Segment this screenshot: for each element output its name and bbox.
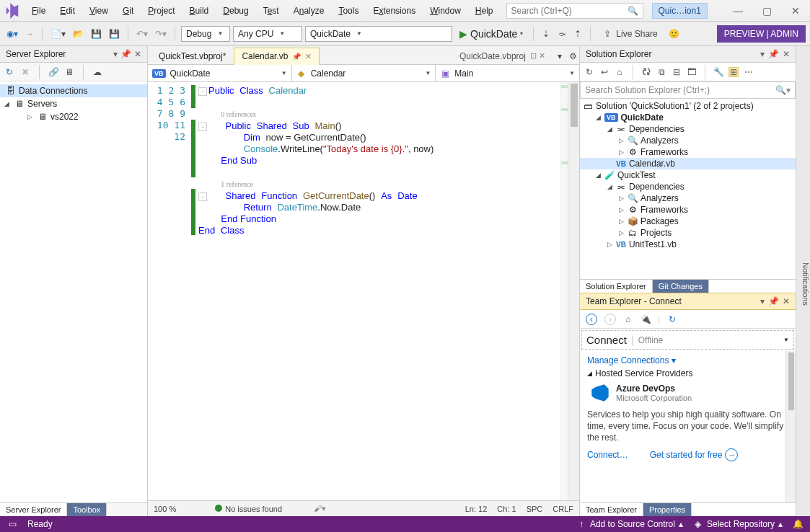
properties-icon[interactable]: 🗔	[687, 67, 697, 77]
connect-header[interactable]: Connect|Offline▼	[581, 330, 794, 350]
close-icon[interactable]: ✕	[134, 49, 141, 59]
tab-server-explorer[interactable]: Server Explorer	[0, 503, 67, 516]
indent-mode[interactable]: SPC	[527, 505, 543, 513]
servers-node[interactable]: ◢ 🖥 Servers	[0, 97, 147, 110]
menu-file[interactable]: File	[25, 0, 53, 21]
hosted-providers-header[interactable]: ◢Hosted Service Providers	[587, 368, 788, 378]
close-icon[interactable]: ✕	[783, 49, 790, 59]
live-share-button[interactable]: ⇪Live Share	[597, 29, 663, 39]
close-icon[interactable]: ✕	[305, 52, 312, 61]
refresh-icon[interactable]: ↻	[667, 314, 677, 324]
step-over-icon[interactable]: ⤼	[555, 26, 568, 42]
pin-icon[interactable]: 📌	[292, 53, 301, 61]
nav-fwd-icon[interactable]: →	[23, 26, 36, 42]
add-source-control[interactable]: ↑Add to Source Control ▴	[576, 519, 683, 529]
calendar-vb-node[interactable]: VBCalendar.vb	[580, 158, 796, 169]
get-started-link[interactable]: Get started for free	[650, 450, 723, 460]
home-icon[interactable]: ⌂	[623, 314, 633, 324]
azure-icon[interactable]: ☁	[92, 67, 102, 77]
zoom-level[interactable]: 100 %	[154, 505, 176, 513]
pin-icon[interactable]: 📌	[768, 296, 779, 306]
tab-quickdate-proj[interactable]: QuickDate.vbproj ⊡ ✕	[452, 47, 553, 64]
solution-search[interactable]: Search Solution Explorer (Ctrl+;)🔍▾	[580, 81, 796, 99]
output-icon[interactable]: ▭	[7, 519, 17, 529]
deps-node[interactable]: ◢⫘Dependencies	[580, 123, 796, 135]
wrench-icon[interactable]: 🔧	[713, 67, 723, 77]
packages-node[interactable]: ▷📦Packages	[580, 216, 796, 227]
vert-scrollbar[interactable]	[785, 351, 796, 502]
menu-window[interactable]: Window	[423, 0, 468, 21]
startup-dropdown[interactable]: QuickDate▼	[305, 26, 452, 42]
nav-project[interactable]: VBQuickDate▼	[148, 65, 292, 81]
projects-node[interactable]: ▷🗂Projects	[580, 227, 796, 239]
nav-fwd-icon[interactable]: ›	[604, 314, 616, 325]
line-ending[interactable]: CRLF	[553, 505, 573, 513]
analyzers-node-2[interactable]: ▷🔍Analyzers	[580, 192, 796, 204]
preview-admin-badge[interactable]: PREVIEW | ADMIN	[717, 25, 806, 43]
tab-overflow-icon[interactable]: ▾	[553, 48, 566, 64]
menu-build[interactable]: Build	[182, 0, 216, 21]
tab-calendar-vb[interactable]: Calendar.vb📌✕	[234, 48, 320, 65]
menu-debug[interactable]: Debug	[216, 0, 255, 21]
min-button[interactable]: —	[723, 0, 752, 21]
step-into-icon[interactable]: ⇣	[540, 26, 553, 42]
close-icon[interactable]: ✕	[783, 296, 790, 306]
menu-view[interactable]: View	[82, 0, 115, 21]
menu-test[interactable]: Test	[256, 0, 286, 21]
save-icon[interactable]: 💾	[89, 26, 104, 42]
back-icon[interactable]: ↩	[599, 67, 609, 77]
connect-db-icon[interactable]: 🔗	[48, 67, 58, 77]
tab-team-explorer[interactable]: Team Explorer	[580, 503, 643, 516]
project-quicktest[interactable]: ◢🧪QuickTest	[580, 169, 796, 181]
sync-icon[interactable]: 🗘	[641, 67, 651, 77]
solution-node[interactable]: 🗃Solution 'QuickSolution1' (2 of 2 proje…	[580, 100, 796, 112]
tab-toolbox[interactable]: Toolbox	[67, 503, 107, 516]
dropdown-icon[interactable]: ▾	[760, 296, 765, 306]
data-connections-node[interactable]: 🗄 Data Connections	[0, 84, 147, 97]
home-icon[interactable]: ⌂	[615, 67, 625, 77]
preview-close-icon[interactable]: ⊡ ✕	[530, 51, 545, 61]
tab-quicktest-proj[interactable]: QuickTest.vbproj*	[151, 47, 234, 64]
nav-back-icon[interactable]: ◉▾	[4, 26, 20, 42]
tab-solution-explorer[interactable]: Solution Explorer	[580, 280, 653, 293]
menu-analyze[interactable]: Analyze	[286, 0, 332, 21]
refresh-icon[interactable]: ↻	[584, 67, 594, 77]
global-search[interactable]: Search (Ctrl+Q) 🔍	[506, 3, 643, 19]
nav-class[interactable]: ◆Calendar▼	[292, 65, 436, 81]
dropdown-icon[interactable]: ▾	[113, 49, 118, 59]
project-quickdate[interactable]: ◢VBQuickDate	[580, 112, 796, 123]
undo-icon[interactable]: ↶▾	[134, 26, 150, 42]
close-button[interactable]: ✕	[781, 0, 810, 21]
menu-git[interactable]: Git	[115, 0, 141, 21]
show-all-icon[interactable]: ⧉	[656, 67, 666, 77]
select-repository[interactable]: ◈Select Repository ▴	[693, 519, 783, 529]
bell-icon[interactable]: 🔔	[793, 519, 803, 529]
redo-icon[interactable]: ↷▾	[153, 26, 169, 42]
start-button[interactable]: ▶ QuickDate ▾	[455, 28, 527, 40]
menu-edit[interactable]: Edit	[53, 0, 82, 21]
connect-server-icon[interactable]: 🖥	[64, 67, 74, 77]
tab-git-changes[interactable]: Git Changes	[653, 280, 709, 293]
arrow-circle-icon[interactable]: →	[725, 448, 738, 461]
issues-indicator[interactable]: No issues found	[215, 505, 282, 513]
notifications-rail[interactable]: Notifications	[796, 46, 810, 516]
nav-back-icon[interactable]: ‹	[586, 314, 597, 325]
save-all-icon[interactable]: 💾	[107, 26, 122, 42]
unittest-node[interactable]: ▷VBUnitTest1.vb	[580, 239, 796, 250]
max-button[interactable]: ▢	[752, 0, 781, 21]
new-item-icon[interactable]: 📄▾	[48, 26, 68, 42]
collapse-icon[interactable]: ⊟	[672, 67, 682, 77]
nav-method[interactable]: ▣Main▼	[436, 65, 579, 81]
dropdown-icon[interactable]: ▾	[760, 49, 765, 59]
view-toggle-icon[interactable]: ⊞	[728, 67, 739, 77]
frameworks-node[interactable]: ▷⚙Frameworks	[580, 146, 796, 158]
tab-properties[interactable]: Properties	[643, 503, 692, 516]
analyzers-node[interactable]: ▷🔍Analyzers	[580, 135, 796, 146]
frameworks-node-2[interactable]: ▷⚙Frameworks	[580, 204, 796, 216]
platform-dropdown[interactable]: Any CPU▼	[233, 26, 302, 42]
pin-icon[interactable]: 📌	[768, 49, 779, 59]
code-area[interactable]: -Public Class Calendar 0 references - Pu…	[195, 82, 560, 500]
plug-icon[interactable]: 🔌	[640, 314, 651, 324]
config-dropdown[interactable]: Debug▼	[181, 26, 230, 42]
open-icon[interactable]: 📂	[71, 26, 86, 42]
